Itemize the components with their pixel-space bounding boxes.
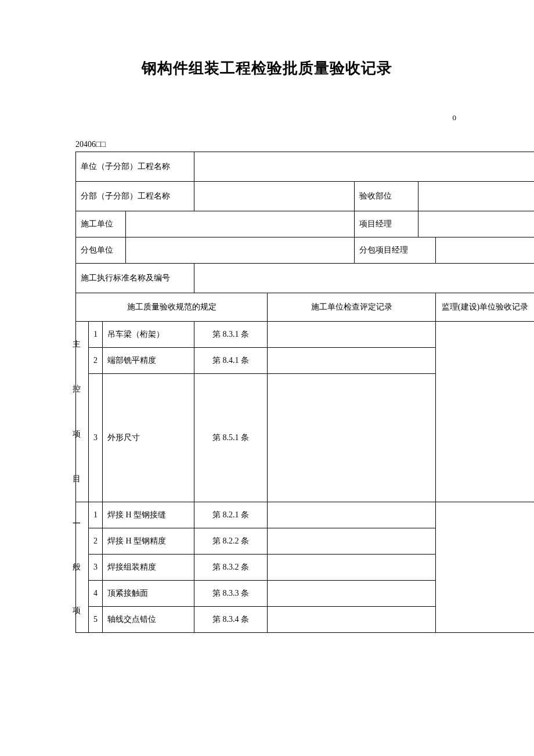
- item-clause: 第 8.3.3 条: [194, 581, 268, 607]
- division-project-value[interactable]: [194, 182, 355, 211]
- construction-unit-label: 施工单位: [76, 211, 126, 237]
- check-record-cell[interactable]: [268, 322, 436, 348]
- unit-project-value[interactable]: [194, 152, 535, 182]
- standard-label: 施工执行标准名称及编号: [76, 264, 194, 293]
- check-record-cell[interactable]: [268, 502, 436, 528]
- division-project-label: 分部（子分部）工程名称: [76, 182, 194, 211]
- document-title: 钢构件组装工程检验批质量验收记录: [75, 58, 459, 78]
- form-code: 20406□□: [75, 140, 459, 149]
- table-row: 主 控 项 目 1 吊车梁（桁架） 第 8.3.1 条: [76, 322, 535, 348]
- unit-project-label: 单位（子分部）工程名称: [76, 152, 194, 182]
- subcontract-pm-value[interactable]: [436, 237, 535, 264]
- item-name: 焊接组装精度: [103, 555, 194, 581]
- item-name: 外形尺寸: [103, 374, 194, 502]
- subcontract-unit-value[interactable]: [126, 237, 355, 264]
- main-control-group-label: 主 控 项 目: [76, 322, 89, 502]
- col-spec: 施工质量验收规范的规定: [76, 293, 268, 322]
- item-clause: 第 8.3.2 条: [194, 555, 268, 581]
- construction-unit-value[interactable]: [126, 211, 355, 237]
- item-name: 焊接 H 型钢精度: [103, 528, 194, 555]
- item-name: 端部铣平精度: [103, 348, 194, 374]
- check-record-cell[interactable]: [268, 581, 436, 607]
- check-record-cell[interactable]: [268, 607, 436, 633]
- subcontract-unit-label: 分包单位: [76, 237, 126, 264]
- item-clause: 第 8.3.1 条: [194, 322, 268, 348]
- item-name: 顶紧接触面: [103, 581, 194, 607]
- col-check: 施工单位检查评定记录: [268, 293, 436, 322]
- check-record-cell[interactable]: [268, 348, 436, 374]
- table-row: 一 般 项 1 焊接 H 型钢接缝 第 8.2.1 条: [76, 502, 535, 528]
- col-supervision: 监理(建设)单位验收记录: [436, 293, 535, 322]
- item-clause: 第 8.3.4 条: [194, 607, 268, 633]
- item-name: 吊车梁（桁架）: [103, 322, 194, 348]
- item-name: 轴线交点错位: [103, 607, 194, 633]
- project-manager-label: 项目经理: [355, 211, 418, 237]
- item-number: 2: [89, 348, 103, 374]
- acceptance-record-table: 单位（子分部）工程名称 分部（子分部）工程名称 验收部位 施工单位 项目经理 分…: [75, 152, 534, 633]
- check-record-cell[interactable]: [268, 528, 436, 555]
- item-number: 4: [89, 581, 103, 607]
- supervision-record-cell[interactable]: [436, 322, 535, 502]
- check-record-cell[interactable]: [268, 555, 436, 581]
- item-clause: 第 8.4.1 条: [194, 348, 268, 374]
- standard-value[interactable]: [194, 264, 535, 293]
- item-clause: 第 8.5.1 条: [194, 374, 268, 502]
- check-record-cell[interactable]: [268, 374, 436, 502]
- item-clause: 第 8.2.2 条: [194, 528, 268, 555]
- subcontract-pm-label: 分包项目经理: [355, 237, 436, 264]
- project-manager-value[interactable]: [418, 211, 535, 237]
- top-right-marker: 0: [75, 113, 459, 123]
- item-name: 焊接 H 型钢接缝: [103, 502, 194, 528]
- acceptance-part-value[interactable]: [418, 182, 535, 211]
- supervision-record-cell[interactable]: [436, 502, 535, 633]
- acceptance-part-label: 验收部位: [355, 182, 418, 211]
- general-group-label: 一 般 项: [76, 502, 89, 633]
- item-clause: 第 8.2.1 条: [194, 502, 268, 528]
- item-number: 2: [89, 528, 103, 555]
